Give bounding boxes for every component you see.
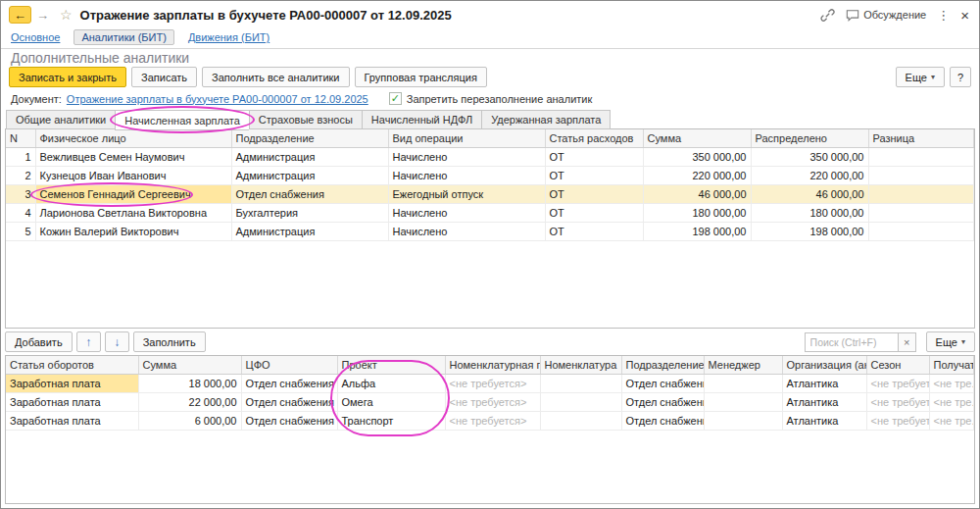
col-header-manager[interactable]: Менеджер xyxy=(704,356,782,374)
cell-expense[interactable]: ОТ xyxy=(545,166,643,184)
col-header-operation[interactable]: Вид операции xyxy=(388,129,545,147)
cell-n[interactable]: 2 xyxy=(6,166,35,184)
cell-difference[interactable] xyxy=(868,222,974,240)
cell-nomenclature[interactable] xyxy=(540,374,621,392)
col-header-n[interactable]: N xyxy=(6,129,35,147)
cell-recipient[interactable]: <не тре... xyxy=(929,392,974,411)
forward-button[interactable]: → xyxy=(31,6,54,24)
cell-nomenclature[interactable] xyxy=(540,392,621,411)
cell-organization[interactable]: Атлантика xyxy=(782,411,866,430)
col-header-distributed[interactable]: Распределено xyxy=(751,129,868,147)
cell-person[interactable]: Вежливцев Семен Наумович xyxy=(35,147,231,166)
cell-season[interactable]: <не требуется> xyxy=(866,411,929,430)
cell-season[interactable]: <не требуется> xyxy=(866,392,929,411)
cell-department[interactable]: Отдел снабжения xyxy=(621,392,704,411)
tab-ndfl[interactable]: Начисленный НДФЛ xyxy=(362,110,481,129)
cell-sum[interactable]: 180 000,00 xyxy=(643,203,751,222)
cell-nom-group[interactable]: <не требуется> xyxy=(445,374,540,392)
nav-tab-analytics[interactable]: Аналитики (БИТ) xyxy=(74,29,173,45)
cell-cfo[interactable]: Отдел снабжения xyxy=(241,374,337,392)
move-down-button[interactable]: ↓ xyxy=(105,331,129,352)
cell-nom-group[interactable]: <не требуется> xyxy=(445,392,540,411)
add-button[interactable]: Добавить xyxy=(5,331,73,352)
cell-difference[interactable] xyxy=(868,147,974,166)
cell-sum[interactable]: 6 000,00 xyxy=(138,411,241,430)
tab-insurance[interactable]: Страховые взносы xyxy=(249,110,362,129)
document-link[interactable]: Отражение зарплаты в бухучете РА00-00000… xyxy=(67,93,368,105)
table-row[interactable]: 2 Кузнецов Иван Иванович Администрация Н… xyxy=(6,166,974,184)
cell-n[interactable]: 5 xyxy=(6,222,35,240)
cell-difference[interactable] xyxy=(868,184,974,203)
table-row[interactable]: 5 Кожин Валерий Викторович Администрация… xyxy=(6,222,974,240)
cell-operation[interactable]: Начислено xyxy=(388,222,545,240)
cell-expense[interactable]: ОТ xyxy=(545,147,643,166)
close-icon[interactable]: × xyxy=(960,7,969,24)
cell-turnover[interactable]: Заработная плата xyxy=(6,411,138,430)
fill-button[interactable]: Заполнить xyxy=(133,331,206,352)
more-button[interactable]: Еще▾ xyxy=(896,67,945,87)
more-button-lower[interactable]: Еще▾ xyxy=(926,331,975,352)
col-header-nomenclature[interactable]: Номенклатура xyxy=(540,356,621,374)
cell-nom-group[interactable]: <не требуется> xyxy=(445,411,540,430)
table-row[interactable]: 1 Вежливцев Семен Наумович Администрация… xyxy=(6,147,974,166)
col-header-turnover[interactable]: Статья оборотов xyxy=(6,356,138,374)
table-row[interactable]: Заработная плата 18 000,00 Отдел снабжен… xyxy=(6,374,974,392)
cell-n[interactable]: 1 xyxy=(6,147,35,166)
cell-recipient[interactable]: <не тре... xyxy=(929,411,974,430)
cell-distributed[interactable]: 220 000,00 xyxy=(751,166,868,184)
col-header-department[interactable]: Подразделение xyxy=(231,129,388,147)
link-icon[interactable] xyxy=(820,8,835,23)
cell-department[interactable]: Отдел снабжения xyxy=(621,411,704,430)
col-header-department[interactable]: Подразделение xyxy=(621,356,704,374)
cell-sum[interactable]: 18 000,00 xyxy=(138,374,241,392)
cell-difference[interactable] xyxy=(868,203,974,222)
cell-manager[interactable] xyxy=(704,374,782,392)
save-button[interactable]: Записать xyxy=(131,67,197,87)
cell-department[interactable]: Администрация xyxy=(231,222,388,240)
cell-person-focused[interactable]: Семенов Геннадий Сергеевич xyxy=(35,184,231,203)
cell-sum[interactable]: 46 000,00 xyxy=(643,184,751,203)
cell-person[interactable]: Ларионова Светлана Викторовна xyxy=(35,203,231,222)
cell-n[interactable]: 4 xyxy=(6,203,35,222)
search-clear-icon[interactable]: × xyxy=(899,332,916,352)
cell-operation[interactable]: Начислено xyxy=(388,203,545,222)
nav-tab-main[interactable]: Основное xyxy=(11,31,60,43)
cell-project[interactable]: Омега xyxy=(337,392,445,411)
col-header-season[interactable]: Сезон xyxy=(866,356,929,374)
favorite-star-icon[interactable]: ☆ xyxy=(60,7,73,23)
cell-expense[interactable]: ОТ xyxy=(545,203,643,222)
col-header-difference[interactable]: Разница xyxy=(868,129,974,147)
cell-cfo[interactable]: Отдел снабжения xyxy=(241,392,337,411)
col-header-project[interactable]: Проект xyxy=(337,356,445,374)
table-row[interactable]: Заработная плата 22 000,00 Отдел снабжен… xyxy=(6,392,974,411)
cell-sum[interactable]: 22 000,00 xyxy=(138,392,241,411)
cell-department[interactable]: Администрация xyxy=(231,166,388,184)
prevent-refill-label[interactable]: Запретить перезаполнение аналитик xyxy=(407,93,593,105)
nav-tab-movements[interactable]: Движения (БИТ) xyxy=(188,31,270,43)
cell-distributed[interactable]: 350 000,00 xyxy=(751,147,868,166)
cell-sum[interactable]: 198 000,00 xyxy=(643,222,751,240)
cell-season[interactable]: <не требуется> xyxy=(866,374,929,392)
table-row[interactable]: 4 Ларионова Светлана Викторовна Бухгалте… xyxy=(6,203,974,222)
cell-person[interactable]: Кожин Валерий Викторович xyxy=(35,222,231,240)
cell-department[interactable]: Администрация xyxy=(231,147,388,166)
cell-department[interactable]: Отдел снабжения xyxy=(231,184,388,203)
table-row[interactable]: Заработная плата 6 000,00 Отдел снабжени… xyxy=(6,411,974,430)
cell-distributed[interactable]: 46 000,00 xyxy=(751,184,868,203)
cell-project[interactable]: Альфа xyxy=(337,374,445,392)
cell-person[interactable]: Кузнецов Иван Иванович xyxy=(35,166,231,184)
col-header-cfo[interactable]: ЦФО xyxy=(241,356,337,374)
col-header-organization[interactable]: Организация (ана... xyxy=(782,356,866,374)
cell-distributed[interactable]: 198 000,00 xyxy=(751,222,868,240)
table-row-selected[interactable]: 3 Семенов Геннадий Сергеевич Отдел снабж… xyxy=(6,184,974,203)
search-input[interactable] xyxy=(805,332,899,352)
cell-expense[interactable]: ОТ xyxy=(545,222,643,240)
tab-withheld-salary[interactable]: Удержанная зарплата xyxy=(481,110,611,129)
cell-recipient[interactable]: <не тре... xyxy=(929,374,974,392)
cell-operation[interactable]: Начислено xyxy=(388,147,545,166)
col-header-nom-group[interactable]: Номенклатурная гру... xyxy=(445,356,540,374)
prevent-refill-checkbox[interactable]: ✓ xyxy=(389,92,402,105)
cell-department[interactable]: Бухгалтерия xyxy=(231,203,388,222)
save-and-close-button[interactable]: Записать и закрыть xyxy=(9,67,126,87)
cell-turnover-focused[interactable]: Заработная плата xyxy=(6,374,138,392)
